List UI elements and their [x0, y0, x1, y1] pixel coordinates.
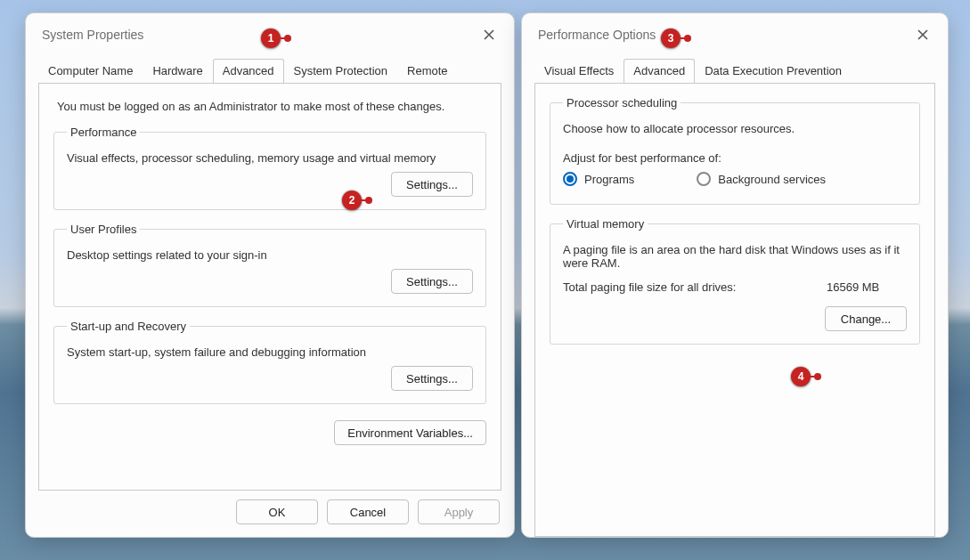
environment-variables-button[interactable]: Environment Variables... [334, 420, 486, 445]
dialog-button-bar: OK Cancel Apply [26, 491, 514, 537]
performance-settings-button[interactable]: Settings... [391, 172, 473, 197]
startup-recovery-group: Start-up and Recovery System start-up, s… [53, 320, 486, 404]
annotation-badge-4: 4 [791, 367, 811, 386]
tab-advanced[interactable]: Advanced [624, 59, 695, 83]
performance-options-dialog: Performance Options Visual Effects Advan… [521, 12, 949, 538]
apply-button[interactable]: Apply [418, 499, 500, 524]
annotation-badge-1: 1 [261, 28, 281, 48]
radio-icon [697, 172, 711, 186]
tabpage-advanced: You must be logged on as an Administrato… [38, 83, 501, 491]
paging-total-value: 16569 MB [827, 280, 907, 294]
tab-advanced[interactable]: Advanced [213, 59, 284, 83]
startup-recovery-settings-button[interactable]: Settings... [391, 366, 473, 391]
tab-computer-name[interactable]: Computer Name [38, 59, 143, 83]
performance-legend: Performance [67, 126, 140, 139]
system-properties-dialog: System Properties Computer Name Hardware… [25, 12, 515, 538]
window-title: System Properties [42, 28, 143, 42]
virtual-memory-change-button[interactable]: Change... [825, 306, 907, 331]
virtual-memory-group: Virtual memory A paging file is an area … [550, 217, 920, 345]
annotation-badge-3: 3 [661, 28, 681, 48]
titlebar: Performance Options [522, 13, 948, 53]
close-button[interactable] [477, 22, 501, 47]
tabstrip: Computer Name Hardware Advanced System P… [26, 58, 514, 83]
virtual-memory-legend: Virtual memory [563, 217, 648, 231]
tabstrip: Visual Effects Advanced Data Execution P… [522, 58, 948, 83]
tab-visual-effects[interactable]: Visual Effects [534, 59, 624, 83]
processor-scheduling-desc: Choose how to allocate processor resourc… [563, 122, 907, 135]
virtual-memory-desc: A paging file is an area on the hard dis… [563, 243, 907, 270]
annotation-badge-2: 2 [342, 191, 362, 210]
radio-background-services[interactable]: Background services [697, 172, 826, 186]
paging-total-label: Total paging file size for all drives: [563, 280, 800, 294]
user-profiles-settings-button[interactable]: Settings... [391, 269, 473, 294]
close-icon [484, 29, 494, 40]
processor-scheduling-group: Processor scheduling Choose how to alloc… [550, 96, 920, 205]
user-profiles-desc: Desktop settings related to your sign-in [67, 248, 473, 262]
close-icon [917, 29, 928, 40]
user-profiles-group: User Profiles Desktop settings related t… [53, 223, 486, 307]
adjust-performance-label: Adjust for best performance of: [563, 151, 907, 165]
radio-programs[interactable]: Programs [563, 172, 634, 186]
admin-notice: You must be logged on as an Administrato… [57, 100, 486, 113]
cancel-button[interactable]: Cancel [327, 499, 409, 524]
performance-group: Performance Visual effects, processor sc… [53, 126, 486, 210]
radio-icon [563, 172, 577, 186]
startup-recovery-desc: System start-up, system failure and debu… [67, 345, 473, 359]
window-title: Performance Options [538, 28, 656, 42]
tab-remote[interactable]: Remote [397, 59, 458, 83]
radio-programs-label: Programs [584, 173, 634, 186]
desktop-background: System Properties Computer Name Hardware… [0, 0, 970, 560]
tab-system-protection[interactable]: System Protection [284, 59, 398, 83]
tab-dep[interactable]: Data Execution Prevention [695, 59, 852, 83]
radio-background-label: Background services [718, 173, 826, 186]
startup-recovery-legend: Start-up and Recovery [67, 320, 190, 333]
close-button[interactable] [910, 22, 935, 47]
processor-scheduling-legend: Processor scheduling [563, 96, 681, 110]
performance-desc: Visual effects, processor scheduling, me… [67, 151, 473, 165]
tab-hardware[interactable]: Hardware [143, 59, 212, 83]
tabpage-advanced: Processor scheduling Choose how to alloc… [534, 83, 935, 537]
user-profiles-legend: User Profiles [67, 223, 140, 236]
ok-button[interactable]: OK [236, 499, 318, 524]
